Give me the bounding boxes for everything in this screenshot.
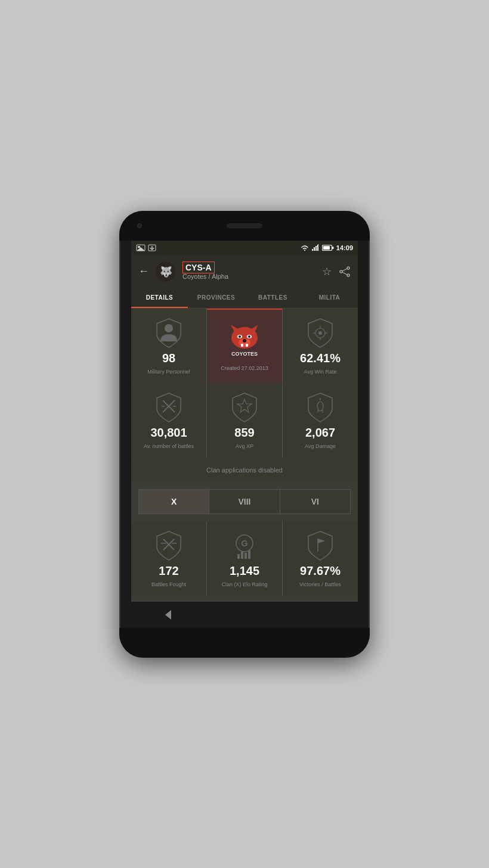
nav-back-button[interactable] [157, 603, 181, 627]
svg-marker-43 [237, 399, 252, 412]
svg-line-18 [342, 269, 347, 271]
win-rate-card: 62.41% Avg Win Rate [283, 309, 358, 383]
svg-point-44 [317, 402, 323, 411]
victories-card: 97.67% Victories / Battles [283, 521, 358, 596]
svg-marker-59 [318, 539, 325, 543]
military-personnel-card: 98 Military Personnel [131, 309, 206, 383]
battery-icon [322, 244, 334, 251]
stats-top-grid: 98 Military Personnel [131, 309, 358, 383]
avg-damage-value: 2,067 [305, 426, 335, 440]
avg-xp-value: 859 [234, 426, 254, 440]
tier-selector: X VIII VI [138, 489, 351, 514]
svg-rect-31 [246, 344, 248, 347]
image-status-icon [136, 244, 146, 251]
phone-screen: 14:09 ← 🐺 CYS-A Coyotes / Alpha [131, 241, 358, 628]
svg-rect-30 [241, 344, 243, 347]
svg-text:G: G [242, 539, 248, 548]
stats-middle-grid: 30,801 Av. number of battles 859 Avg XP [131, 383, 358, 458]
avg-xp-card: 859 Avg XP [207, 383, 282, 458]
creation-date: Created 27.02.2013 [221, 365, 268, 371]
elo-rating-card: G 1,145 Clan (X) Elo Rating [207, 521, 282, 596]
tab-provinces[interactable]: PROVINCES [188, 288, 244, 308]
win-rate-value: 62.41% [300, 351, 341, 365]
tier-vi-button[interactable]: VI [280, 490, 350, 514]
download-status-icon [148, 244, 156, 251]
avg-damage-icon [305, 393, 335, 422]
avg-xp-label: Avg XP [236, 443, 253, 450]
battles-fought-card: 172 Battles Fought [131, 521, 206, 596]
win-rate-icon [305, 318, 335, 348]
svg-rect-57 [248, 550, 250, 559]
victories-label: Victories / Battles [299, 581, 341, 589]
svg-rect-11 [332, 247, 334, 249]
clan-notice: Clan applications disabled [131, 458, 358, 482]
battles-fought-icon [154, 531, 184, 561]
wifi-icon [301, 244, 309, 251]
svg-rect-5 [312, 249, 313, 251]
svg-text:COYOTES: COYOTES [231, 351, 258, 357]
tab-battles[interactable]: BATTLES [244, 288, 301, 308]
clan-tag: CYS-A [182, 263, 317, 272]
elo-rating-value: 1,145 [230, 564, 259, 578]
status-time: 14:09 [336, 244, 353, 251]
victories-icon [305, 531, 335, 561]
svg-rect-1 [138, 246, 140, 248]
status-right-icons: 14:09 [301, 244, 353, 251]
stats-bottom-grid: 172 Battles Fought G [131, 521, 358, 596]
victories-value: 97.67% [300, 564, 341, 578]
svg-rect-12 [323, 246, 330, 250]
personnel-icon [154, 318, 184, 348]
back-button[interactable]: ← [138, 265, 149, 278]
nav-home-button[interactable] [233, 603, 256, 627]
battles-label: Av. number of battles [144, 443, 194, 450]
avg-damage-label: Avg Damage [305, 443, 336, 450]
clan-tag-text: CYS-A [182, 262, 215, 273]
svg-marker-60 [165, 610, 171, 620]
clan-logo-featured: COYOTES [221, 323, 268, 359]
elo-rating-label: Clan (X) Elo Rating [221, 581, 267, 589]
status-left-icons [136, 244, 156, 251]
tier-viii-button[interactable]: VIII [209, 490, 279, 514]
personnel-label: Military Personnel [147, 369, 190, 376]
clan-info: CYS-A Coyotes / Alpha [182, 263, 317, 280]
svg-point-15 [347, 267, 349, 269]
svg-point-28 [239, 335, 241, 338]
avg-damage-card: 2,067 Avg Damage [283, 383, 358, 458]
svg-rect-54 [237, 554, 240, 559]
battles-fought-value: 172 [159, 564, 178, 578]
svg-point-20 [165, 324, 173, 332]
svg-rect-56 [244, 553, 247, 559]
bottom-navigation [131, 602, 358, 628]
svg-point-34 [318, 331, 322, 335]
avg-xp-icon [230, 393, 259, 422]
clan-logo-header: 🐺 [154, 260, 178, 284]
svg-point-25 [243, 339, 246, 343]
phone-bottom-bar [119, 628, 370, 658]
tier-x-button[interactable]: X [139, 490, 209, 514]
phone-top-bar [119, 211, 370, 241]
tab-bar: DETAILS PROVINCES BATTLES MILITA [131, 288, 358, 309]
app-header: ← 🐺 CYS-A Coyotes / Alpha ☆ [131, 255, 358, 288]
personnel-value: 98 [162, 351, 175, 365]
svg-rect-55 [241, 552, 243, 559]
tab-milita[interactable]: MILITA [301, 288, 358, 308]
win-rate-label: Avg Win Rate [304, 369, 337, 376]
earpiece-speaker [227, 223, 262, 228]
svg-rect-6 [314, 247, 315, 251]
svg-point-29 [248, 335, 250, 338]
battles-icon [154, 393, 184, 422]
header-actions: ☆ [322, 265, 351, 278]
share-button[interactable] [339, 266, 351, 278]
front-camera [137, 223, 142, 228]
battles-value: 30,801 [150, 426, 187, 440]
favorite-button[interactable]: ☆ [322, 265, 332, 278]
battles-card: 30,801 Av. number of battles [131, 383, 206, 458]
svg-point-16 [340, 270, 342, 273]
phone-device: 14:09 ← 🐺 CYS-A Coyotes / Alpha [119, 211, 370, 658]
svg-point-17 [347, 274, 349, 276]
nav-recent-button[interactable] [308, 603, 332, 627]
svg-rect-7 [315, 246, 317, 251]
tab-details[interactable]: DETAILS [131, 288, 188, 308]
signal-icon [311, 244, 320, 251]
svg-line-19 [342, 272, 347, 275]
